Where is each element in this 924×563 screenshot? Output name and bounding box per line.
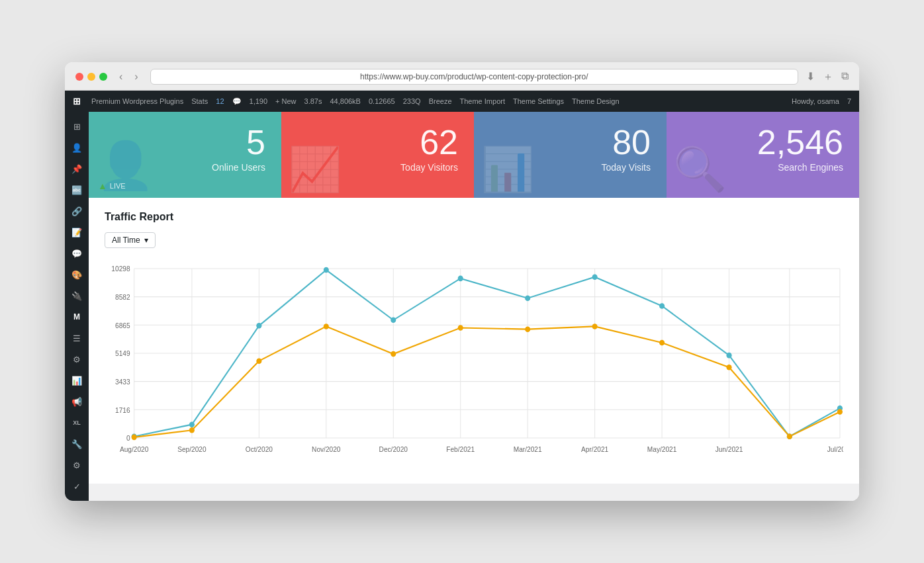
time-filter-label: All Time xyxy=(112,236,140,245)
extra-icon[interactable]: ⚙ xyxy=(68,456,86,474)
online-users-number: 5 xyxy=(105,125,265,159)
profile-icon[interactable]: 👤 xyxy=(68,138,86,157)
visitors-dot-4 xyxy=(324,324,329,329)
adminbar-count[interactable]: 12 xyxy=(213,97,226,105)
forward-button[interactable]: › xyxy=(130,69,142,84)
adminbar-new[interactable]: + New xyxy=(273,97,299,105)
translate-icon[interactable]: 🔤 xyxy=(68,181,86,199)
x-label-may2021: May/2021 xyxy=(647,446,677,453)
link-icon[interactable]: 🔗 xyxy=(68,202,86,220)
visits-dot-8 xyxy=(592,274,598,280)
x-label-dec2020: Dec/2020 xyxy=(379,446,408,453)
wp-dashboard: 5 Online Users 👤 ▲ LIVE 62 Today Visitor… xyxy=(89,112,859,501)
visitors-dot-11 xyxy=(787,434,792,440)
chart-icon[interactable]: 📊 xyxy=(68,371,86,390)
adminbar-q[interactable]: 233Q xyxy=(400,97,424,105)
wrench-icon[interactable]: 🔧 xyxy=(68,435,86,453)
back-button[interactable]: ‹ xyxy=(115,69,126,84)
visitors-dot-10 xyxy=(726,365,731,370)
xl-icon[interactable]: XL xyxy=(68,413,86,432)
visitors-dot-3 xyxy=(256,358,261,364)
x-label-sep2020: Sep/2020 xyxy=(177,446,207,453)
wp-admin-bar: ⊞ Premium Wordpress Plugins Stats 12 💬 1… xyxy=(65,91,859,112)
close-button[interactable] xyxy=(75,73,83,81)
time-filter-dropdown[interactable]: All Time ▾ xyxy=(105,232,156,248)
nav-buttons: ‹ › xyxy=(115,69,142,84)
today-visits-label: Today Visits xyxy=(490,162,651,173)
plugin-icon[interactable]: 🔌 xyxy=(68,286,86,305)
m-icon[interactable]: M xyxy=(68,308,86,326)
minimize-button[interactable] xyxy=(87,73,95,81)
wp-sidebar: ⊞ 👤 📌 🔤 🔗 📝 💬 🎨 🔌 M ☰ ⚙ 📊 📢 XL 🔧 ⚙ ✓ xyxy=(65,112,89,501)
traffic-report-title: Traffic Report xyxy=(105,211,843,223)
x-label-jul2021: Jul/2021 xyxy=(827,446,843,453)
address-bar[interactable]: https://www.wp-buy.com/product/wp-conten… xyxy=(150,69,798,85)
tools-icon[interactable]: ☰ xyxy=(68,329,86,347)
megaphone-icon[interactable]: 📢 xyxy=(68,392,86,411)
online-users-badge: ▲ LIVE xyxy=(98,181,126,191)
y-label-0: 0 xyxy=(126,435,130,442)
live-badge: LIVE xyxy=(110,182,126,190)
maximize-button[interactable] xyxy=(99,73,107,81)
new-tab-icon[interactable]: ＋ xyxy=(823,70,833,84)
adminbar-comments-count[interactable]: 1,190 xyxy=(247,97,271,105)
visitors-dot-1 xyxy=(132,435,137,441)
duplicate-icon[interactable]: ⧉ xyxy=(841,70,849,84)
x-label-oct2020: Oct/2020 xyxy=(246,446,273,453)
dashboard-icon[interactable]: ⊞ xyxy=(68,117,86,136)
y-label-1716: 1716 xyxy=(115,406,130,413)
visitors-dot-2 xyxy=(189,427,195,433)
visitors-dot-12 xyxy=(837,409,843,415)
download-icon[interactable]: ⬇ xyxy=(806,70,815,84)
visits-dot-2 xyxy=(189,421,195,427)
adminbar-comments[interactable]: 💬 xyxy=(230,97,244,106)
settings-icon[interactable]: ⚙ xyxy=(68,350,86,368)
x-label-nov2020: Nov/2020 xyxy=(312,446,341,453)
pin-icon[interactable]: 📌 xyxy=(68,159,86,178)
wp-content: ⊞ 👤 📌 🔤 🔗 📝 💬 🎨 🔌 M ☰ ⚙ 📊 📢 XL 🔧 ⚙ ✓ xyxy=(65,112,859,501)
adminbar-theme-import[interactable]: Theme Import xyxy=(457,97,508,105)
chevron-down-icon: ▾ xyxy=(144,236,148,245)
visits-dot-4 xyxy=(324,267,329,273)
visits-dot-5 xyxy=(391,318,396,324)
adminbar-speed[interactable]: 3.87s xyxy=(302,97,325,105)
adminbar-queries[interactable]: 0.12665 xyxy=(366,97,398,105)
checkmark-icon[interactable]: ✓ xyxy=(68,477,86,496)
traffic-lights xyxy=(75,73,107,81)
y-label-3433: 3433 xyxy=(115,378,130,386)
adminbar-howdy[interactable]: Howdy, osama xyxy=(789,97,842,105)
online-users-card: 5 Online Users 👤 ▲ LIVE xyxy=(89,112,281,198)
adminbar-stats[interactable]: Stats xyxy=(189,97,210,105)
adminbar-plugins[interactable]: Premium Wordpress Plugins xyxy=(89,97,186,105)
today-visitors-card: 62 Today Visitors 📈 xyxy=(281,112,474,198)
y-label-5149: 5149 xyxy=(115,350,130,357)
adminbar-breeze[interactable]: Breeze xyxy=(426,97,455,105)
today-visits-card: 80 Today Visits 📊 xyxy=(474,112,667,198)
visitors-dot-5 xyxy=(391,351,396,357)
x-label-feb2021: Feb/2021 xyxy=(446,446,475,453)
triangle-icon: ▲ xyxy=(98,181,107,191)
search-engines-label: Search Engines xyxy=(682,162,843,173)
visitors-line xyxy=(134,326,840,437)
visitors-dot-7 xyxy=(525,326,530,332)
y-label-10298: 10298 xyxy=(111,265,130,273)
y-label-8582: 8582 xyxy=(115,294,130,301)
wp-logo[interactable]: ⊞ xyxy=(70,96,83,107)
x-label-mar2021: Mar/2021 xyxy=(514,446,542,453)
adminbar-theme-settings[interactable]: Theme Settings xyxy=(510,97,567,105)
visitors-dot-6 xyxy=(458,325,463,331)
traffic-chart: 10298 8582 6865 5149 3433 1716 0 xyxy=(105,259,843,470)
adminbar-user-avatar[interactable]: 7 xyxy=(845,97,854,105)
today-visitors-number: 62 xyxy=(297,125,458,159)
adminbar-size[interactable]: 44,806kB xyxy=(327,97,363,105)
browser-actions: ⬇ ＋ ⧉ xyxy=(806,70,849,84)
comment-icon[interactable]: 💬 xyxy=(68,244,86,263)
traffic-report: Traffic Report All Time ▾ 10298 8582 686… xyxy=(89,198,859,484)
visitors-dot-8 xyxy=(592,324,598,329)
x-label-jun2021: Jun/2021 xyxy=(716,446,743,453)
today-visitors-label: Today Visitors xyxy=(297,162,458,173)
adminbar-theme-design[interactable]: Theme Design xyxy=(569,97,622,105)
appearance-icon[interactable]: 🎨 xyxy=(68,265,86,284)
page-icon[interactable]: 📝 xyxy=(68,223,86,241)
y-label-6865: 6865 xyxy=(115,322,130,329)
